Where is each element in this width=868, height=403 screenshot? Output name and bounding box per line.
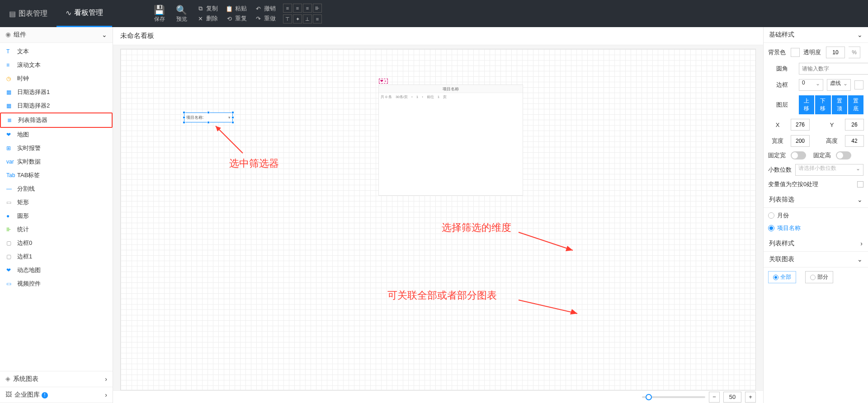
zoom-in,[interactable]: + [745, 392, 756, 403]
preview-button[interactable]: 🔍 预览 [170, 0, 193, 27]
lock-height-toggle[interactable] [836, 151, 851, 159]
tab-chart-manage[interactable]: ▤ 图表管理 [0, 0, 57, 27]
zoom-out-button[interactable]: − [709, 392, 720, 403]
redo-button[interactable]: ↷重做 [254, 14, 276, 23]
bg-label: 背景色 [768, 48, 787, 56]
table-header: 项目名称 [379, 85, 523, 93]
component-icon: ▦ [6, 89, 14, 95]
resize-handle[interactable] [183, 111, 185, 114]
resize-handle[interactable] [207, 121, 210, 124]
gallery-section[interactable]: 🖼企业图库! › [0, 387, 113, 403]
component-item[interactable]: —分割线 [0, 182, 113, 196]
h-label: 高度 [822, 137, 841, 145]
component-label: 分割线 [17, 185, 35, 193]
y-input[interactable] [845, 119, 864, 131]
paste-button[interactable]: 📋粘贴 [225, 5, 247, 13]
border-label: 边框 [776, 81, 795, 89]
chevron-right-icon: › [860, 240, 863, 247]
component-item[interactable]: ●圆形 [0, 209, 113, 223]
resize-handle[interactable] [183, 116, 185, 119]
component-icon: var [6, 159, 14, 165]
component-item[interactable]: ▭矩形 [0, 196, 113, 209]
diamond-icon: ◈ [5, 375, 10, 382]
chevron-down-icon: ⌄ [102, 31, 107, 38]
link-scope-radio[interactable]: 全部 [768, 271, 796, 283]
component-item[interactable]: ▭视频控件 [0, 277, 113, 291]
component-icon: ▭ [6, 281, 14, 287]
layer-button[interactable]: 上移 [799, 95, 814, 114]
tab-board-manage[interactable]: ∿ 看板管理 [57, 0, 112, 27]
align-center-button[interactable]: ≡ [293, 4, 302, 13]
align-distribute-button[interactable]: ≡ [313, 14, 322, 23]
canvas-table-widget[interactable]: ❤ × 项目名称 共 0 条 30条/页 ‹1› 前往1页 [378, 84, 523, 196]
border-color-picker[interactable] [854, 80, 863, 89]
system-charts-section[interactable]: ◈系统图表 › [0, 371, 113, 387]
height-input[interactable] [845, 135, 864, 147]
component-item[interactable]: ❤地图 [0, 128, 113, 141]
zoom-slider[interactable] [642, 396, 705, 398]
component-label: 边框0 [17, 239, 32, 247]
align-right-button[interactable]: ≡ [303, 4, 312, 13]
width-input[interactable] [791, 135, 810, 147]
resize-handle[interactable] [231, 116, 234, 119]
component-item[interactable]: ≡滚动文本 [0, 58, 113, 72]
component-item[interactable]: ⊪统计 [0, 223, 113, 236]
align-justify-button[interactable]: ⊪ [313, 4, 322, 13]
radius-input[interactable] [799, 63, 868, 75]
design-canvas[interactable]: 项目名称: ❤ × 项目名称 共 0 条 30条/页 [120, 49, 756, 390]
component-item[interactable]: ▢边框0 [0, 236, 113, 250]
resize-handle[interactable] [183, 121, 185, 124]
border-style-select[interactable]: 虚线 [827, 79, 851, 91]
component-item[interactable]: T文本 [0, 45, 113, 58]
align-left-button[interactable]: ≡ [283, 4, 292, 13]
component-item[interactable]: ⊞实时报警 [0, 141, 113, 155]
component-icon: ≡ [6, 62, 14, 68]
component-item[interactable]: var实时数据 [0, 155, 113, 169]
filter-dimension-radio[interactable]: 项目名称 [768, 224, 863, 232]
duplicate-button[interactable]: ⟲重复 [225, 14, 247, 23]
svg-line-0 [216, 126, 243, 153]
component-item[interactable]: ❤动态地图 [0, 263, 113, 277]
save-button[interactable]: 💾 保存 [148, 0, 170, 27]
align-top-button[interactable]: ⊤ [283, 14, 292, 23]
component-item[interactable]: ▢边框1 [0, 250, 113, 263]
bg-color-picker[interactable] [791, 48, 800, 57]
decimals-select[interactable]: 请选择小数位数 [795, 164, 863, 176]
canvas-filter-widget[interactable]: 项目名称: [184, 112, 233, 122]
component-icon: — [6, 186, 14, 192]
opacity-input[interactable] [826, 47, 845, 58]
align-middle-button[interactable]: ✦ [293, 14, 302, 23]
resize-handle[interactable] [231, 111, 234, 114]
component-label: 实时报警 [17, 144, 41, 152]
layer-button[interactable]: 置底 [848, 95, 863, 114]
list-style-header[interactable]: 列表样式› [764, 236, 868, 252]
component-item[interactable]: ▦日期选择器1 [0, 85, 113, 99]
layer-button[interactable]: 置顶 [832, 95, 847, 114]
component-item[interactable]: ≣列表筛选器 [0, 112, 113, 128]
layer-button[interactable]: 下移 [815, 95, 830, 114]
component-icon: T [6, 48, 14, 55]
lock-width-toggle[interactable] [791, 151, 806, 159]
undo-button[interactable]: ↶撤销 [254, 5, 276, 13]
component-item[interactable]: ◷时钟 [0, 72, 113, 85]
components-section-header[interactable]: ◉组件 ⌄ [0, 27, 113, 43]
opacity-label: 透明度 [803, 48, 822, 56]
component-item[interactable]: TabTAB标签 [0, 169, 113, 182]
component-item[interactable]: ▦日期选择器2 [0, 99, 113, 112]
resize-handle[interactable] [207, 111, 210, 114]
align-bottom-button[interactable]: ⊥ [303, 14, 312, 23]
link-scope-radio[interactable]: 部分 [805, 271, 833, 283]
resize-handle[interactable] [231, 121, 234, 124]
link-chart-header[interactable]: 关联图表⌄ [764, 252, 868, 267]
filter-dimension-radio[interactable]: 月份 [768, 211, 863, 220]
delete-button[interactable]: ✕删除 [196, 14, 218, 23]
zoom-value[interactable]: 50 [723, 392, 741, 403]
zero-checkbox[interactable] [857, 181, 863, 187]
x-input[interactable] [791, 119, 810, 131]
basic-style-header[interactable]: 基础样式⌄ [764, 27, 868, 43]
copy-button[interactable]: ⧉复制 [196, 5, 218, 13]
border-width-select[interactable]: 0 [799, 79, 823, 91]
image-icon: 🖼 [5, 391, 12, 398]
component-label: 视频控件 [17, 280, 41, 288]
list-filter-header[interactable]: 列表筛选⌄ [764, 192, 868, 208]
